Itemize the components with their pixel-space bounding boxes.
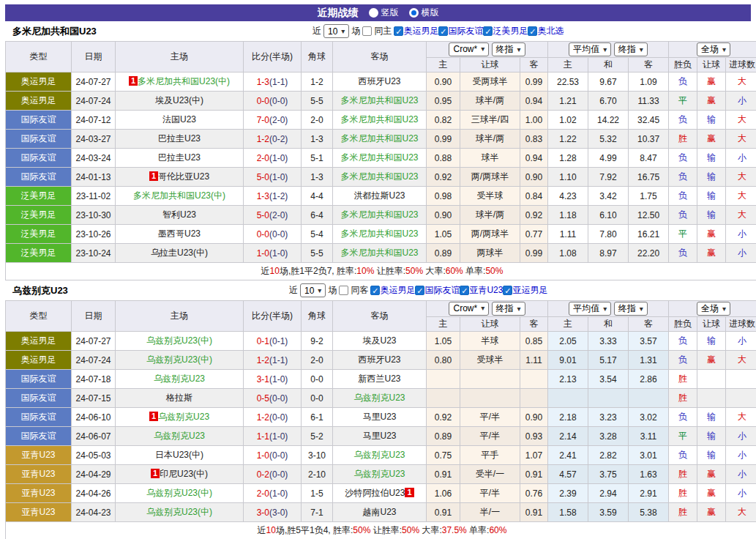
match-date: 24-07-27 (72, 332, 116, 351)
avg-draw-odds (588, 389, 629, 408)
competition-checkbox[interactable]: ✓ (503, 286, 512, 295)
scope-select[interactable]: 全场▾ (697, 302, 730, 316)
match-type-cell: 奥运男足 (6, 73, 72, 92)
competition-checkbox[interactable]: ✓ (438, 26, 448, 36)
radio-horizontal-label[interactable]: 横版 (422, 7, 439, 19)
result-handicap: 输 (697, 332, 726, 351)
final-odds-value: 终指 (496, 43, 514, 56)
summary-label: 场,胜1平2负7, 胜率: (280, 266, 356, 276)
scope-select[interactable]: 全场▾ (697, 42, 730, 56)
scope-select-group: 全场▾ (669, 42, 756, 58)
same-venue-checkbox[interactable] (339, 286, 348, 295)
away-team-cell: 乌兹别克U23 (333, 446, 427, 465)
avg-home-odds: 1.22 (548, 130, 588, 149)
table-row: 国际友谊24-06-101乌兹别克U231-2(0-0)6-1马里U230.92… (6, 408, 756, 427)
radio-vertical-icon[interactable] (369, 8, 378, 18)
home-odds: 0.88 (427, 149, 460, 168)
competition-checkbox[interactable]: ✓ (483, 26, 493, 36)
col-type: 类型 (6, 301, 72, 332)
result-wdl: 平 (669, 92, 697, 111)
col-result-goals: 进球数 (726, 58, 756, 73)
competition-checkbox-label[interactable]: 亚运男足 (512, 284, 547, 297)
chevron-down-icon: ▾ (603, 305, 607, 313)
avg-draw-odds: 3.23 (588, 408, 629, 427)
bookmaker-select[interactable]: Crow*▾ (449, 302, 489, 316)
final-odds-select[interactable]: 终指▾ (492, 302, 525, 316)
average-select-value: 平均值 (573, 43, 599, 56)
avg-home-odds: 9.01 (548, 351, 588, 370)
radio-option-vertical[interactable]: 竖版 (369, 7, 399, 19)
average-select[interactable]: 平均值▾ (569, 302, 611, 316)
final-odds-select-2[interactable]: 终指▾ (614, 42, 648, 56)
average-select[interactable]: 平均值▾ (569, 42, 611, 56)
team-name: 埃及U23 (362, 335, 396, 346)
team-name-heading: 乌兹别克U23 (12, 284, 68, 297)
summary-label: 单率: (463, 266, 486, 276)
table-row: 国际友谊24-07-12法国U237-0(2-0)2-0多米尼加共和国U230.… (6, 111, 756, 130)
team-name: 格拉斯 (166, 393, 192, 403)
radio-vertical-label[interactable]: 竖版 (381, 7, 399, 19)
final-odds-select-2[interactable]: 终指▾ (614, 302, 648, 316)
score-cell: 1-2(1-1) (244, 351, 302, 370)
result-goals: 大 (726, 503, 756, 522)
handicap-line: 平/半 (460, 408, 520, 427)
col-score: 比分(半场) (244, 42, 302, 73)
competition-checkbox[interactable]: ✓ (460, 286, 469, 295)
competition-checkbox[interactable]: ✓ (415, 286, 424, 295)
away-team-cell: 马里U23 (333, 427, 427, 446)
match-type-cell: 亚青U23 (6, 465, 72, 484)
corner-score: 2-0 (302, 111, 333, 130)
table-row: 奥运男足24-07-24乌兹别克U23(中)1-2(1-1)2-0西班牙U230… (6, 351, 756, 370)
score-cell: 1-3(1-2) (244, 187, 302, 206)
halftime-score: (1-0) (269, 374, 288, 384)
fulltime-score: 3-0 (257, 508, 269, 518)
bookmaker-select[interactable]: Crow*▾ (449, 42, 489, 56)
score-cell: 2-0(1-0) (244, 149, 302, 168)
team-name: 巴拉圭U23 (158, 152, 201, 163)
halftime-score: (1-1) (269, 355, 288, 365)
radio-option-horizontal[interactable]: 横版 (409, 7, 439, 19)
away-odds: 0.99 (520, 244, 548, 263)
red-card-badge: 1 (151, 469, 160, 478)
competition-checkbox-label[interactable]: 国际友谊 (448, 25, 483, 37)
competition-checkbox-label[interactable]: 奥北选 (537, 25, 564, 37)
home-team-cell: 乌兹别克U23 (116, 427, 244, 446)
competition-checkbox-label[interactable]: 亚青U23 (469, 284, 503, 297)
match-type-cell: 国际友谊 (6, 168, 72, 187)
team-name: 乌拉圭U23(中) (151, 248, 208, 258)
col-odds-away: 客 (520, 317, 548, 332)
competition-checkbox[interactable]: ✓ (528, 26, 537, 36)
near-label: 近 (289, 284, 298, 297)
away-odds: 0.90 (520, 408, 548, 427)
match-date: 24-07-15 (72, 389, 116, 408)
avg-away-odds: 16.75 (629, 168, 669, 187)
summary-stat-value: 60% (446, 266, 463, 276)
competition-checkbox-label[interactable]: 奥运男足 (380, 284, 415, 297)
avg-draw-odds: 6.70 (588, 92, 629, 111)
team-name: 多米尼加共和国U23 (340, 209, 418, 220)
competition-checkbox-label[interactable]: 奥运男足 (403, 25, 438, 37)
match-date: 24-01-13 (72, 168, 116, 187)
competition-checkbox-label[interactable]: 泛美男足 (493, 25, 528, 37)
corner-score: 7-1 (302, 503, 333, 522)
halftime-score: (1-2) (269, 191, 288, 201)
away-odds (520, 370, 548, 389)
handicap-line: 平/半 (460, 484, 520, 503)
competition-checkbox[interactable]: ✓ (370, 286, 380, 295)
table-row: 国际友谊24-07-15格拉斯0-5(0-0)0-0乌兹别克U23胜 (6, 389, 756, 408)
fulltime-score: 5-0 (257, 172, 269, 182)
scope-select-value: 全场 (701, 43, 719, 56)
col-date: 日期 (72, 301, 116, 332)
competition-checkbox[interactable]: ✓ (394, 26, 403, 36)
result-wdl: 负 (669, 332, 697, 351)
same-venue-checkbox[interactable] (362, 26, 372, 36)
final-odds-select[interactable]: 终指▾ (492, 42, 525, 56)
competition-checkbox-label[interactable]: 国际友谊 (424, 284, 460, 297)
match-count-select[interactable]: 10▾ (323, 24, 349, 38)
avg-draw-odds: 2.82 (588, 446, 629, 465)
avg-home-odds: 2.41 (548, 446, 588, 465)
radio-horizontal-icon[interactable] (409, 8, 419, 18)
match-count-select[interactable]: 10▾ (300, 283, 326, 297)
scope-select-value: 全场 (701, 302, 719, 315)
avg-home-odds: 4.23 (548, 187, 588, 206)
